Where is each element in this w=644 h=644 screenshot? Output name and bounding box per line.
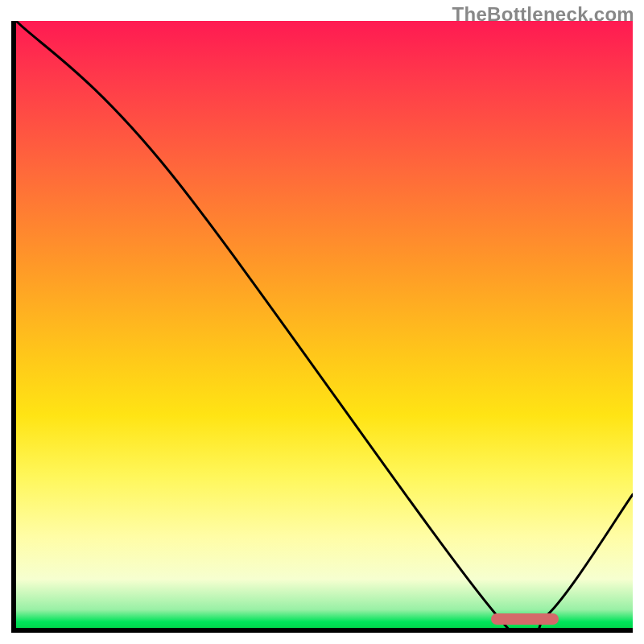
chart-axes — [11, 21, 633, 633]
chart-container: TheBottleneck.com — [0, 0, 644, 644]
plot-area — [16, 21, 633, 628]
marker-segment — [491, 613, 559, 625]
curve-path — [16, 21, 633, 628]
data-curve — [16, 21, 633, 628]
